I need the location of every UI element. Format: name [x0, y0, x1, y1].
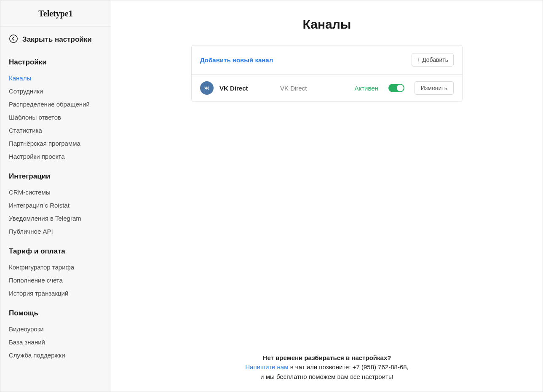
- nav-item[interactable]: Интеграция с Roistat: [9, 199, 102, 212]
- footer-line2-rest: в чат или позвоните: +7 (958) 762-88-68,: [289, 363, 409, 371]
- footer-line2: Напишите нам в чат или позвоните: +7 (95…: [111, 363, 543, 372]
- nav-item[interactable]: Распределение обращений: [9, 98, 102, 111]
- svg-point-0: [10, 35, 17, 43]
- nav-section: ИнтеграцииCRM-системыИнтеграция с Roista…: [0, 163, 111, 238]
- nav-item[interactable]: Уведомления в Telegram: [9, 212, 102, 225]
- add-new-channel-label[interactable]: Добавить новый канал: [200, 56, 273, 64]
- sidebar: Teletype1 Закрыть настройки НастройкиКан…: [0, 0, 111, 392]
- channel-toggle[interactable]: [388, 84, 404, 92]
- sidebar-header: Teletype1: [0, 0, 111, 27]
- close-settings-button[interactable]: Закрыть настройки: [0, 27, 111, 49]
- nav-item[interactable]: Служба поддержки: [9, 349, 102, 362]
- page-title: Каналы: [303, 17, 351, 32]
- main-content: Каналы Добавить новый канал + Добавить V…: [111, 0, 543, 392]
- nav-list: CRM-системыИнтеграция с RoistatУведомлен…: [9, 186, 102, 238]
- channel-status: Активен: [354, 85, 378, 92]
- footer-contact-link[interactable]: Напишите нам: [245, 363, 288, 371]
- add-button-label: Добавить: [422, 56, 448, 63]
- nav-list: ВидеоурокиБаза знанийСлужба поддержки: [9, 323, 102, 362]
- channel-row: VK DirectVK DirectАктивенИзменить: [192, 75, 462, 101]
- nav-heading: Настройки: [9, 58, 102, 67]
- edit-channel-button[interactable]: Изменить: [415, 81, 454, 95]
- close-settings-label: Закрыть настройки: [22, 35, 92, 44]
- nav-item[interactable]: Конфигуратор тарифа: [9, 261, 102, 274]
- nav-item[interactable]: Каналы: [9, 72, 102, 85]
- nav-item[interactable]: Сотрудники: [9, 85, 102, 98]
- channel-type: VK Direct: [280, 85, 348, 92]
- nav-list: КаналыСотрудникиРаспределение обращенийШ…: [9, 72, 102, 163]
- nav-item[interactable]: Партнёрская программа: [9, 137, 102, 150]
- card-header: Добавить новый канал + Добавить: [192, 45, 462, 75]
- footer-line1: Нет времени разбираться в настройках?: [111, 353, 543, 363]
- app-name: Teletype1: [9, 9, 102, 19]
- nav-item[interactable]: Публичное API: [9, 225, 102, 238]
- plus-icon: +: [417, 56, 420, 63]
- footer-help: Нет времени разбираться в настройках? На…: [111, 353, 543, 382]
- nav-item[interactable]: Видеоуроки: [9, 323, 102, 336]
- arrow-left-circle-icon: [9, 34, 18, 45]
- nav-item[interactable]: Статистика: [9, 124, 102, 137]
- nav-list: Конфигуратор тарифаПополнение счетаИстор…: [9, 261, 102, 300]
- add-channel-button[interactable]: + Добавить: [412, 53, 454, 67]
- nav-item[interactable]: История транзакций: [9, 287, 102, 300]
- vk-icon: [200, 81, 214, 95]
- nav-heading: Помощь: [9, 309, 102, 317]
- channel-name: VK Direct: [219, 85, 274, 92]
- nav-section: ПомощьВидеоурокиБаза знанийСлужба поддер…: [0, 300, 111, 362]
- channels-card: Добавить новый канал + Добавить VK Direc…: [191, 45, 463, 102]
- nav-item[interactable]: Настройки проекта: [9, 150, 102, 163]
- nav-item[interactable]: Пополнение счета: [9, 274, 102, 287]
- nav-section: НастройкиКаналыСотрудникиРаспределение о…: [0, 49, 111, 163]
- nav-heading: Тариф и оплата: [9, 247, 102, 256]
- nav-section: Тариф и оплатаКонфигуратор тарифаПополне…: [0, 238, 111, 300]
- app-root: Teletype1 Закрыть настройки НастройкиКан…: [0, 0, 543, 392]
- nav-item[interactable]: Шаблоны ответов: [9, 111, 102, 124]
- nav-heading: Интеграции: [9, 172, 102, 181]
- nav-item[interactable]: CRM-системы: [9, 186, 102, 199]
- nav-sections: НастройкиКаналыСотрудникиРаспределение о…: [0, 49, 111, 362]
- channel-rows: VK DirectVK DirectАктивенИзменить: [192, 75, 462, 101]
- footer-line3: и мы бесплатно поможем вам всё настроить…: [111, 372, 543, 382]
- nav-item[interactable]: База знаний: [9, 336, 102, 349]
